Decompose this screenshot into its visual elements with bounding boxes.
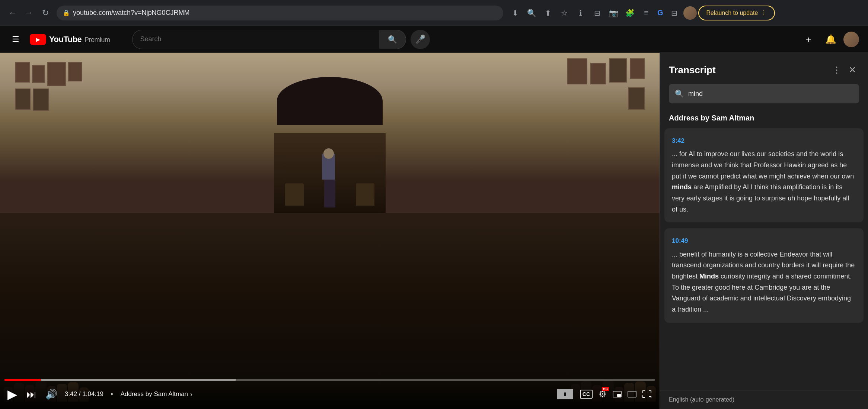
transcript-timestamp-1[interactable]: 3:42 xyxy=(672,136,856,146)
search-submit-button[interactable]: 🔍 xyxy=(379,30,406,49)
youtube-logo[interactable]: YouTube Premium xyxy=(30,34,110,45)
transcript-search-container: 🔍 xyxy=(669,84,859,103)
url-text: youtube.com/watch?v=NjpNG0CJRMM xyxy=(73,9,497,17)
notifications-button[interactable]: 🔔 xyxy=(821,30,840,49)
user-avatar[interactable] xyxy=(843,32,859,47)
nav-buttons: ← → ↻ xyxy=(6,6,52,20)
transcript-entries: 3:42 ... for AI to improve our lives our… xyxy=(660,128,868,390)
volume-button[interactable]: 🔊 xyxy=(44,387,59,402)
miniplayer-button[interactable] xyxy=(610,389,624,400)
transcript-text-2: ... benefit of humanity is a collective … xyxy=(672,249,856,315)
chair-right xyxy=(356,183,374,206)
browser-profile-avatar[interactable] xyxy=(683,6,697,20)
svg-rect-1 xyxy=(617,394,621,397)
tab-search-button[interactable]: ⊟ xyxy=(667,6,682,20)
play-button[interactable]: ▶ xyxy=(6,385,19,403)
video-scene xyxy=(0,53,660,409)
transcript-header: Transcript ⋮ ✕ xyxy=(660,53,868,84)
back-button[interactable]: ← xyxy=(6,6,19,20)
transcript-more-button[interactable]: ⋮ xyxy=(829,62,844,78)
progress-buffered xyxy=(41,379,236,381)
header-actions: ＋ 🔔 xyxy=(799,30,859,49)
chair-left xyxy=(285,183,304,206)
lock-icon: 🔒 xyxy=(63,9,70,16)
create-button[interactable]: ＋ xyxy=(799,30,818,49)
refresh-button[interactable]: ↻ xyxy=(39,6,52,20)
highlight-minds-2: Minds xyxy=(699,273,719,280)
time-display: 3:42 / 1:04:19 xyxy=(65,390,103,398)
youtube-logo-text: YouTube Premium xyxy=(49,35,110,44)
highlight-minds-1: minds xyxy=(672,183,692,191)
transcript-entry-2: 10:49 ... benefit of humanity is a colle… xyxy=(664,228,864,322)
time-separator: • xyxy=(109,391,115,397)
wall-frames-right xyxy=(552,58,645,110)
browser-chrome: ← → ↻ 🔒 youtube.com/watch?v=NjpNG0CJRMM … xyxy=(0,0,868,26)
stage-platform xyxy=(274,133,386,213)
scene-upper-wall xyxy=(0,53,660,213)
address-bar[interactable]: 🔒 youtube.com/watch?v=NjpNG0CJRMM xyxy=(57,6,503,20)
hc-badge: HC xyxy=(602,387,609,391)
video-controls: ▶ ⏭ 🔊 3:42 / 1:04:19 • Address by Sam Al… xyxy=(0,384,660,409)
share-button[interactable]: ⬆ xyxy=(540,6,555,20)
settings-button[interactable]: ⚙ HC xyxy=(596,387,609,402)
progress-played xyxy=(4,379,41,381)
transcript-timestamp-2[interactable]: 10:49 xyxy=(672,236,856,246)
svg-rect-2 xyxy=(628,391,636,397)
camera-button[interactable]: 📷 xyxy=(606,6,621,20)
video-controls-overlay: ▶ ⏭ 🔊 3:42 / 1:04:19 • Address by Sam Al… xyxy=(0,379,660,409)
transcript-panel: Transcript ⋮ ✕ 🔍 Address by Sam Altman 3… xyxy=(660,53,868,409)
cc-button[interactable]: CC xyxy=(578,387,595,401)
search-page-button[interactable]: 🔍 xyxy=(524,6,539,20)
bookmark-button[interactable]: ☆ xyxy=(557,6,572,20)
transcript-footer: English (auto-generated) xyxy=(660,390,868,409)
media-button[interactable]: ≡ xyxy=(639,6,654,20)
transcript-search-input[interactable] xyxy=(669,84,859,103)
transcript-title: Transcript xyxy=(669,64,716,76)
google-icon: G xyxy=(655,9,666,17)
youtube-logo-icon xyxy=(30,34,46,45)
search-container: 🔍 🎤 xyxy=(132,30,430,49)
scene-arch xyxy=(277,77,383,125)
forward-button[interactable]: → xyxy=(22,6,36,20)
transcript-section-title: Address by Sam Altman xyxy=(660,111,868,128)
wall-frames-left xyxy=(15,62,89,111)
extensions-button[interactable]: 🧩 xyxy=(622,6,637,20)
download-button[interactable]: ⬇ xyxy=(508,6,523,20)
speaker-figure xyxy=(322,154,335,180)
save-button[interactable]: ⊟ xyxy=(590,6,604,20)
voice-search-button[interactable]: 🎤 xyxy=(411,30,430,49)
fullscreen-button[interactable] xyxy=(640,388,654,400)
speaker-head xyxy=(323,148,334,159)
transcript-header-actions: ⋮ ✕ xyxy=(829,62,859,78)
transcript-search-icon: 🔍 xyxy=(675,89,684,98)
podium xyxy=(324,180,335,207)
pause-indicator: ⏸ xyxy=(557,389,573,399)
video-section: ▶ ⏭ 🔊 3:42 / 1:04:19 • Address by Sam Al… xyxy=(0,53,660,409)
transcript-close-button[interactable]: ✕ xyxy=(846,62,859,78)
relaunch-button[interactable]: Relaunch to update ⋮ xyxy=(698,6,775,20)
main-content: ▶ ⏭ 🔊 3:42 / 1:04:19 • Address by Sam Al… xyxy=(0,53,868,409)
skip-button[interactable]: ⏭ xyxy=(25,387,38,402)
progress-bar-area xyxy=(0,379,660,384)
hamburger-menu-button[interactable]: ☰ xyxy=(9,32,22,47)
youtube-header: ☰ YouTube Premium 🔍 🎤 ＋ 🔔 xyxy=(0,26,868,53)
video-player[interactable]: ▶ ⏭ 🔊 3:42 / 1:04:19 • Address by Sam Al… xyxy=(0,53,660,409)
progress-bar[interactable] xyxy=(4,379,655,381)
theater-button[interactable] xyxy=(625,389,639,400)
browser-actions: ⬇ 🔍 ⬆ ☆ ℹ ⊟ 📷 🧩 ≡ G ⊟ Relaunch to update… xyxy=(508,6,775,20)
transcript-entry-1: 3:42 ... for AI to improve our lives our… xyxy=(664,128,864,222)
info-button[interactable]: ℹ xyxy=(573,6,588,20)
video-title-button[interactable]: Address by Sam Altman › xyxy=(121,390,192,398)
right-controls: ⏸ CC ⚙ HC xyxy=(557,387,654,402)
search-input[interactable] xyxy=(132,30,379,49)
youtube-premium-text: Premium xyxy=(84,36,110,44)
transcript-text-1: ... for AI to improve our lives our soci… xyxy=(672,149,856,215)
